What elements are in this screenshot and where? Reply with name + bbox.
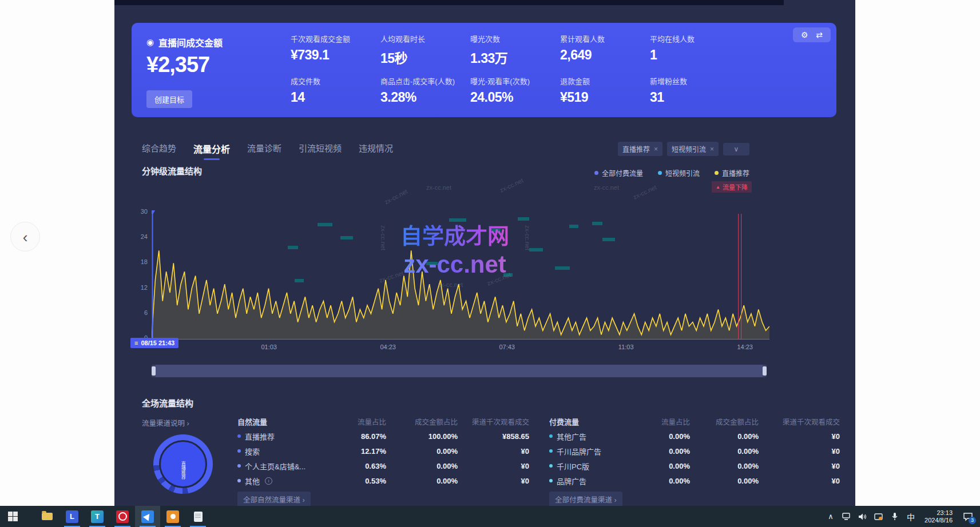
app-o-icon — [116, 510, 129, 523]
all-natural-channels-link[interactable]: 全部自然流量渠道 › — [237, 492, 311, 506]
filter-chip[interactable]: 直播推荐× — [618, 142, 662, 156]
chevron-left-icon: ‹ — [23, 229, 28, 246]
donut-center-label: 直播推荐 — [180, 461, 187, 480]
tab-引流短视频[interactable]: 引流短视频 — [299, 142, 342, 160]
x-tick-label: 04:23 — [380, 344, 396, 350]
table-row: 千川品牌广告0.00%0.00%¥0 — [549, 444, 840, 458]
channel-name: 千川品牌广告 — [557, 446, 601, 457]
start-button[interactable] — [0, 506, 25, 527]
folder-icon — [42, 513, 53, 520]
video-artifact — [602, 238, 615, 241]
snip-tool-icon[interactable] — [872, 508, 886, 525]
compare-icon[interactable]: ⇄ — [816, 30, 823, 39]
tab-综合趋势[interactable]: 综合趋势 — [142, 142, 176, 160]
video-artifact — [340, 236, 353, 239]
gmv-share-cell: 100.00% — [386, 432, 458, 441]
gmv-share-cell: 0.00% — [690, 477, 759, 485]
brush-handle-right[interactable] — [763, 366, 767, 376]
create-goal-button[interactable]: 创建目标 — [146, 90, 192, 108]
time-range-brush[interactable] — [152, 365, 767, 377]
y-tick-label: 12 — [132, 284, 148, 291]
network-icon[interactable] — [840, 508, 854, 525]
gpm-cell: ¥0 — [458, 462, 529, 470]
notification-center-button[interactable]: 3 — [959, 508, 977, 525]
gmv-share-cell: 0.00% — [386, 462, 458, 470]
column-header: 成交金额占比 — [386, 416, 458, 427]
stat-value: ¥739.1 — [291, 47, 380, 63]
video-artifact — [489, 229, 501, 232]
clock-date: 2024/8/16 — [925, 517, 953, 524]
table-header-row: 自然流量流量占比成交金额占比渠道千次观看成交 — [237, 414, 529, 429]
gear-icon[interactable]: ⚙ — [801, 30, 808, 39]
all-paid-channels-link[interactable]: 全部付费流量渠道 › — [549, 492, 622, 506]
legend-item-直播推荐[interactable]: 直播推荐 — [715, 168, 749, 178]
channel-help-link[interactable]: 流量渠道说明 › — [142, 417, 189, 428]
stat-label: 曝光-观看率(次数) — [470, 75, 560, 86]
column-header: 流量占比 — [323, 416, 386, 427]
watermark-small: zx-cc.net — [499, 177, 525, 193]
table-title: 付费流量 — [549, 416, 629, 427]
x-tick-label: 07:43 — [499, 344, 515, 350]
clock[interactable]: 23:13 2024/8/16 — [920, 509, 957, 524]
banner-stat: 商品点击-成交率(人数)3.28% — [380, 75, 470, 115]
gpm-cell: ¥0 — [759, 432, 840, 441]
brush-handle-left[interactable] — [152, 366, 156, 376]
tray-chevron-up-icon[interactable]: ∧ — [824, 508, 838, 525]
notepad-button[interactable] — [185, 506, 211, 527]
minute-traffic-chart[interactable] — [152, 210, 769, 343]
tab-违规情况[interactable]: 违规情况 — [359, 142, 393, 160]
banner-stats: 千次观看成交金额¥739.1人均观看时长15秒曝光次数1.33万累计观看人数2,… — [291, 33, 748, 115]
stat-label: 商品点击-成交率(人数) — [380, 75, 470, 86]
filter-chip[interactable]: 短视频引流× — [667, 142, 719, 156]
legend-item-全部付费流量[interactable]: 全部付费流量 — [594, 168, 643, 178]
channel-name-cell: 搜索 — [237, 446, 323, 457]
gpm-cell: ¥858.65 — [458, 432, 529, 441]
legend-label: 全部付费流量 — [602, 168, 643, 178]
stat-value: 31 — [650, 90, 740, 105]
chip-label: 短视频引流 — [672, 144, 706, 154]
y-tick-label: 6 — [132, 309, 148, 316]
channel-name: 品牌广告 — [557, 476, 586, 486]
video-artifact — [555, 266, 570, 270]
chip-close-icon[interactable]: × — [654, 145, 658, 153]
channel-dot — [549, 449, 553, 453]
banner-title-label: 直播间成交金额 — [158, 35, 223, 49]
chip-close-icon[interactable]: × — [710, 145, 714, 153]
channel-dot — [237, 449, 241, 453]
info-icon[interactable]: i — [265, 477, 272, 485]
x-tick-label: 14:23 — [737, 344, 753, 350]
brush-selection[interactable] — [156, 365, 763, 377]
channel-name: 搜索 — [245, 446, 260, 457]
legend-dot — [658, 171, 662, 175]
app-orange-button[interactable] — [160, 506, 185, 527]
channel-name-cell: 其他广告 — [549, 431, 629, 442]
banner-stat: 曝光-观看率(次数)24.05% — [470, 75, 560, 115]
warning-triangle-icon: ▲ — [716, 185, 720, 190]
legend-dot — [715, 171, 719, 175]
channel-name: 直播推荐 — [245, 431, 275, 442]
gmv-share-cell: 0.00% — [386, 477, 458, 485]
app-l-button[interactable]: L — [59, 506, 85, 527]
ime-indicator[interactable]: 中 — [904, 508, 918, 525]
speaker-icon[interactable] — [856, 508, 870, 525]
paid-traffic-table: 付费流量流量占比成交金额占比渠道千次观看成交其他广告0.00%0.00%¥0千川… — [549, 414, 840, 488]
list-icon: ≡ — [134, 340, 138, 346]
tab-流量分析[interactable]: 流量分析 — [193, 142, 230, 160]
tab-流量诊断[interactable]: 流量诊断 — [247, 142, 281, 160]
traffic-donut-chart: 直播推荐 — [153, 434, 213, 494]
stat-value: 1.33万 — [470, 47, 560, 67]
column-header: 渠道千次观看成交 — [759, 416, 840, 427]
stat-label: 曝光次数 — [470, 33, 560, 44]
legend-item-短视频引流[interactable]: 短视频引流 — [658, 168, 700, 178]
filter-dropdown[interactable]: ∨ — [723, 143, 749, 155]
app-o-button[interactable] — [110, 506, 135, 527]
app-t-button[interactable]: T — [85, 506, 110, 527]
x-tick-label: 01:03 — [261, 344, 277, 350]
browser-button[interactable] — [135, 506, 160, 527]
channel-name-cell: 品牌广告 — [549, 476, 629, 486]
back-button[interactable]: ‹ — [10, 222, 40, 251]
watermark-small: zx-cc.net — [426, 184, 451, 191]
file-explorer-button[interactable] — [34, 506, 59, 527]
microphone-icon[interactable] — [888, 508, 902, 525]
window-top-strip — [114, 0, 784, 5]
